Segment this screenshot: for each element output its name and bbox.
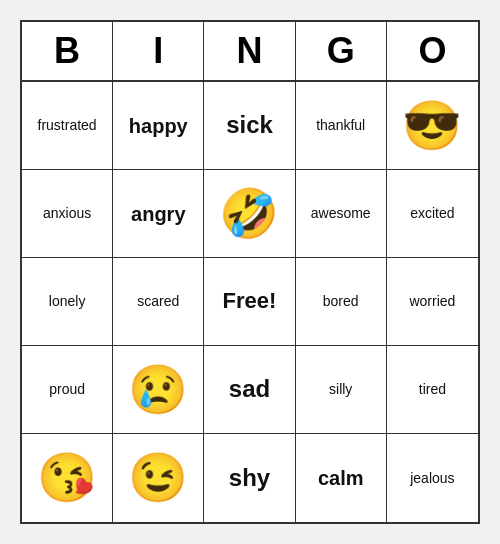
cell-r3-c2[interactable]: sad xyxy=(204,346,295,434)
cell-label: lonely xyxy=(49,293,86,310)
cell-r0-c1[interactable]: happy xyxy=(113,82,204,170)
cell-r3-c1[interactable]: 😢 xyxy=(113,346,204,434)
cell-r0-c2[interactable]: sick xyxy=(204,82,295,170)
cell-label: worried xyxy=(409,293,455,310)
cell-r4-c4[interactable]: jealous xyxy=(387,434,478,522)
cell-r2-c0[interactable]: lonely xyxy=(22,258,113,346)
cell-r2-c2[interactable]: Free! xyxy=(204,258,295,346)
bingo-grid: frustratedhappysickthankful😎anxiousangry… xyxy=(22,82,478,522)
cell-r3-c3[interactable]: silly xyxy=(296,346,387,434)
cell-r0-c0[interactable]: frustrated xyxy=(22,82,113,170)
header-letter: O xyxy=(387,22,478,80)
cell-r1-c2[interactable]: 🤣 xyxy=(204,170,295,258)
cell-label: thankful xyxy=(316,117,365,134)
cell-emoji: 😎 xyxy=(402,102,462,150)
cell-r1-c0[interactable]: anxious xyxy=(22,170,113,258)
cell-label: sick xyxy=(226,111,273,140)
cell-label: sad xyxy=(229,375,270,404)
header-letter: N xyxy=(204,22,295,80)
cell-label: bored xyxy=(323,293,359,310)
cell-label: tired xyxy=(419,381,446,398)
cell-r4-c1[interactable]: 😉 xyxy=(113,434,204,522)
cell-r2-c4[interactable]: worried xyxy=(387,258,478,346)
cell-r3-c4[interactable]: tired xyxy=(387,346,478,434)
cell-r1-c4[interactable]: excited xyxy=(387,170,478,258)
cell-label: shy xyxy=(229,464,270,493)
cell-emoji: 🤣 xyxy=(219,190,279,238)
cell-r0-c4[interactable]: 😎 xyxy=(387,82,478,170)
header-letter: B xyxy=(22,22,113,80)
cell-emoji: 😢 xyxy=(128,366,188,414)
cell-emoji: 😘 xyxy=(37,454,97,502)
cell-label: scared xyxy=(137,293,179,310)
cell-label: frustrated xyxy=(38,117,97,134)
cell-r0-c3[interactable]: thankful xyxy=(296,82,387,170)
cell-r1-c3[interactable]: awesome xyxy=(296,170,387,258)
cell-emoji: 😉 xyxy=(128,454,188,502)
bingo-header: BINGO xyxy=(22,22,478,82)
cell-r1-c1[interactable]: angry xyxy=(113,170,204,258)
cell-r2-c3[interactable]: bored xyxy=(296,258,387,346)
cell-label: calm xyxy=(318,466,364,490)
cell-label: jealous xyxy=(410,470,454,487)
cell-label: proud xyxy=(49,381,85,398)
cell-label: anxious xyxy=(43,205,91,222)
cell-label: excited xyxy=(410,205,454,222)
cell-r4-c3[interactable]: calm xyxy=(296,434,387,522)
cell-label: awesome xyxy=(311,205,371,222)
cell-r4-c0[interactable]: 😘 xyxy=(22,434,113,522)
header-letter: I xyxy=(113,22,204,80)
cell-r3-c0[interactable]: proud xyxy=(22,346,113,434)
cell-label: silly xyxy=(329,381,352,398)
cell-r4-c2[interactable]: shy xyxy=(204,434,295,522)
bingo-card: BINGO frustratedhappysickthankful😎anxiou… xyxy=(20,20,480,524)
cell-label: Free! xyxy=(223,288,277,314)
header-letter: G xyxy=(296,22,387,80)
cell-label: happy xyxy=(129,114,188,138)
cell-r2-c1[interactable]: scared xyxy=(113,258,204,346)
cell-label: angry xyxy=(131,202,185,226)
